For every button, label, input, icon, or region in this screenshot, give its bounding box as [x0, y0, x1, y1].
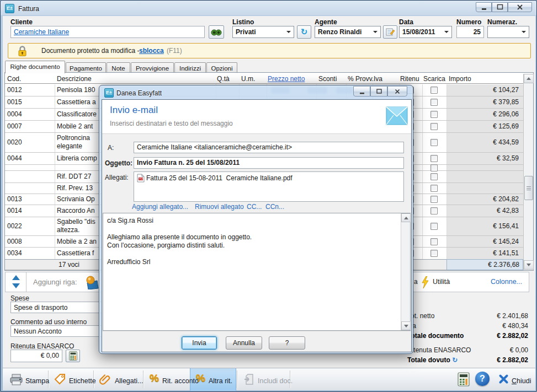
col-scarica[interactable]: Scarica — [423, 75, 445, 83]
percent-icon: % — [196, 372, 205, 384]
to-input[interactable]: Ceramiche Italiane <italianceramiche@cer… — [134, 142, 404, 153]
listino-select[interactable]: Privati — [232, 26, 294, 38]
stampa-button[interactable]: Stampa — [25, 377, 49, 385]
cliente-link[interactable]: Ceramiche Italiane — [14, 28, 69, 36]
add-attachment-link[interactable]: Aggiungi allegato... — [132, 203, 188, 211]
scarica-checkbox[interactable] — [430, 196, 438, 203]
scarica-checkbox[interactable] — [430, 185, 438, 192]
rit-acconto-button[interactable]: Rit. acconto — [162, 377, 199, 385]
etichette-button[interactable]: Etichette — [69, 377, 96, 385]
altra-rit-button[interactable]: Altra rit. — [209, 377, 232, 385]
edit-agente-button[interactable] — [383, 25, 397, 39]
col-importo[interactable]: Importo — [449, 75, 471, 83]
utilita-button[interactable]: Utilità — [433, 278, 450, 286]
scarica-checkbox[interactable] — [430, 111, 438, 118]
row-importo: € 141,51 — [493, 249, 519, 257]
scrollbar-thumb[interactable] — [524, 176, 533, 200]
row-cod: 0012 — [7, 86, 22, 94]
dialog-close-button[interactable] — [387, 86, 407, 96]
col-prezzo-netto-sort[interactable]: Prezzo netto — [268, 75, 305, 83]
dialog-minimize-button[interactable] — [353, 86, 370, 96]
close-x-icon[interactable] — [498, 374, 509, 384]
minimize-button[interactable] — [476, 2, 492, 12]
scarica-checkbox[interactable] — [430, 139, 438, 146]
row-cod: 0015 — [7, 98, 22, 106]
agente-select[interactable]: Renzo Rinaldi — [315, 26, 381, 38]
row-desc: Mobile 2 ant — [57, 122, 93, 130]
tab-note[interactable]: Note — [107, 62, 130, 73]
cliente-input[interactable]: Ceramiche Italiane — [10, 26, 205, 38]
tab-righe-documento[interactable]: Righe documento — [5, 61, 65, 73]
table-scrollbar[interactable] — [523, 74, 533, 270]
row-desc-line2: altezza. — [57, 226, 79, 234]
a-label: A: — [108, 144, 114, 152]
scroll-up-button[interactable] — [524, 74, 534, 83]
scarica-checkbox[interactable] — [430, 173, 438, 180]
col-qta[interactable]: Q.tà — [217, 75, 230, 83]
tab-pagamento[interactable]: Pagamento — [66, 62, 106, 73]
scarica-checkbox[interactable] — [430, 207, 438, 214]
scarica-checkbox[interactable] — [430, 123, 438, 130]
recalc-icon[interactable]: ↻ — [452, 356, 458, 364]
message-scrollbar[interactable] — [401, 213, 410, 330]
subject-input[interactable]: Invio Fattura n. 25 del 15/08/2011 — [134, 157, 404, 169]
allegati-button[interactable]: Allegati... — [115, 377, 143, 385]
col-provv[interactable]: % Provv. — [348, 75, 374, 83]
attachment-name[interactable]: Fattura 25 del 15-08-2011 Ceramiche Ital… — [146, 174, 293, 182]
move-row-up-button[interactable] — [12, 275, 20, 280]
sblocca-link[interactable]: sblocca — [139, 47, 164, 55]
cc-link[interactable]: CC... — [247, 203, 262, 211]
total-row: Totale dovuto ↻ € 2.882,02 — [407, 356, 528, 365]
remove-attachment-link[interactable]: Rimuovi allegato — [195, 203, 244, 211]
dialog-help-button[interactable]: ? — [269, 336, 305, 350]
annulla-button[interactable]: Annulla — [226, 336, 262, 350]
commento-label: Commento ad uso interno — [10, 318, 87, 326]
move-row-down-button[interactable] — [12, 283, 20, 288]
numero-input[interactable]: 25 — [456, 26, 484, 38]
scarica-checkbox[interactable] — [430, 99, 438, 106]
row-importo: € 125,69 — [493, 122, 519, 130]
scroll-down-button[interactable] — [401, 321, 411, 330]
scarica-checkbox[interactable] — [430, 87, 438, 94]
total-row: Tot. netto€ 2.401,68 — [407, 312, 528, 321]
chiudi-button[interactable]: Chiudi — [512, 377, 531, 385]
row-desc: Mobile a 2 an — [57, 238, 97, 245]
col-um[interactable]: U.m. — [241, 75, 255, 83]
attachments-box[interactable]: PDF Fattura 25 del 15-08-2011 Ceramiche … — [134, 171, 404, 202]
tab-provvigione[interactable]: Provvigione — [131, 62, 174, 73]
scarica-checkbox[interactable] — [430, 223, 438, 230]
col-sconti[interactable]: Sconti — [318, 75, 337, 83]
ritenuta-enasarco-input[interactable]: € 0,00 — [10, 350, 62, 362]
scarica-checkbox[interactable] — [430, 238, 438, 245]
close-button[interactable] — [508, 2, 532, 12]
invia-button[interactable]: Invia — [182, 336, 217, 350]
row-importo: € 204,82 — [493, 195, 519, 203]
scroll-up-button[interactable] — [401, 213, 411, 222]
numeraz-select[interactable] — [487, 26, 529, 38]
row-importo: € 379,85 — [493, 98, 519, 106]
search-client-button[interactable] — [209, 25, 224, 39]
ritenuta-calc-button[interactable] — [66, 350, 80, 362]
col-iva[interactable]: Iva — [374, 75, 382, 83]
protection-hint: (F11) — [167, 47, 182, 55]
tab-indirizzi[interactable]: Indirizzi — [174, 62, 206, 73]
col-descrizione[interactable]: Descrizione — [57, 75, 92, 83]
data-select[interactable]: 15/08/2011 — [399, 26, 452, 38]
dialog-maximize-button[interactable] — [370, 86, 387, 96]
col-cod[interactable]: Cod. — [7, 75, 21, 83]
scarica-checkbox[interactable] — [430, 250, 438, 257]
cliente-label: Cliente — [10, 18, 33, 26]
refresh-listino-button[interactable]: ↻ — [297, 25, 311, 39]
add-article-icon[interactable] — [84, 275, 99, 289]
ccn-link[interactable]: CCn... — [265, 203, 284, 211]
tab-opzioni[interactable]: Opzioni — [206, 62, 237, 73]
calculator-icon[interactable] — [458, 372, 470, 386]
scroll-down-button[interactable] — [524, 260, 534, 270]
maximize-button[interactable] — [492, 2, 508, 12]
printer-icon — [9, 373, 23, 385]
col-ritenu[interactable]: Ritenu — [400, 75, 419, 83]
scarica-checkbox[interactable] — [430, 155, 438, 162]
message-body[interactable]: c/a Sig.ra Rossi Alleghiamo alla present… — [103, 213, 411, 331]
help-button[interactable]: ? — [475, 372, 490, 386]
colonne-link[interactable]: Colonne... — [491, 278, 522, 286]
